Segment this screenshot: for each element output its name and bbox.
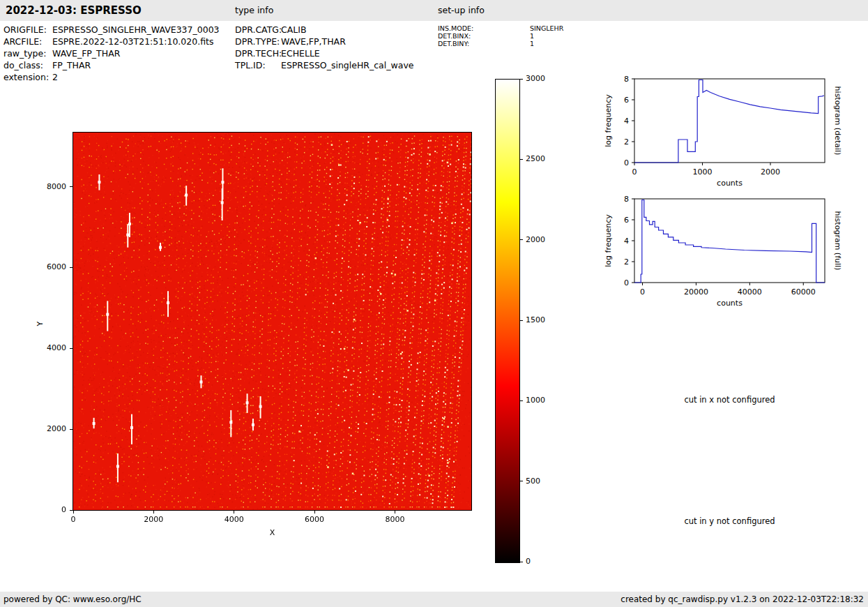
page-title: 2022-12-03: ESPRESSO: [6, 0, 142, 21]
y-tick-mark: [70, 267, 73, 268]
meta-label: TPL.ID:: [235, 59, 281, 71]
x-tick-mark: [395, 511, 395, 514]
y-tick-label: 8000: [34, 182, 66, 191]
cut-x-note: cut in x not configured: [634, 395, 825, 405]
plot-frame: [634, 199, 825, 283]
meta-row: INS.MODE: SINGLEHR: [438, 24, 563, 32]
x-tick-label: 0: [632, 167, 637, 177]
meta-label: DET.BINX:: [438, 32, 530, 40]
header-bar: 2022-12-03: ESPRESSO type info set-up in…: [0, 0, 868, 21]
meta-label: DPR.TECH:: [235, 47, 281, 59]
meta-value: 1: [530, 40, 534, 47]
colorbar-tick-label: 2000: [526, 235, 545, 244]
meta-row: raw_type: WAVE_FP_THAR: [3, 47, 220, 59]
y-tick-label: 4000: [34, 343, 66, 352]
meta-row: ORIGFILE: ESPRESSO_SINGLEHR_WAVE337_0003: [3, 24, 220, 36]
x-tick-mark: [234, 511, 234, 514]
meta-label: raw_type:: [3, 47, 52, 59]
meta-row: TPL.ID: ESPRESSO_singleHR_cal_wave: [235, 59, 413, 71]
meta-value: ECHELLE: [281, 47, 320, 59]
x-tick-label: 2000: [136, 515, 171, 524]
meta-label: extension:: [3, 71, 52, 83]
y-tick-label: 2000: [34, 424, 66, 433]
y-tick-label: 4: [624, 237, 629, 246]
x-tick-label: 6000: [297, 515, 332, 524]
x-tick-label: 0: [640, 287, 645, 297]
x-tick-label: 4000: [217, 515, 252, 524]
meta-row: DPR.CATG: CALIB: [235, 24, 413, 36]
meta-label: ORIGFILE:: [3, 24, 52, 36]
x-tick-mark: [314, 511, 315, 514]
setup-info-block: INS.MODE: SINGLEHR DET.BINX: 1 DET.BINY:…: [438, 24, 563, 47]
y-tick-label: 0: [624, 278, 629, 287]
y-tick-label: 6: [624, 216, 629, 225]
x-axis-label: counts: [717, 179, 743, 188]
x-axis-label: counts: [717, 299, 743, 308]
y-tick-label: 8: [624, 195, 629, 204]
qc-report-page: 2022-12-03: ESPRESSO type info set-up in…: [0, 0, 868, 607]
colorbar-tick-label: 3000: [526, 74, 545, 83]
y-tick-label: 0: [624, 158, 629, 167]
file-info-block: ORIGFILE: ESPRESSO_SINGLEHR_WAVE337_0003…: [3, 24, 220, 83]
meta-value: 2: [52, 71, 58, 83]
x-tick-label: 2000: [761, 167, 780, 177]
hist-detail-plot: 01000200002468countslog frequencyhistogr…: [602, 73, 844, 193]
meta-label: INS.MODE:: [438, 24, 530, 32]
meta-row: do_class: FP_THAR: [3, 59, 220, 71]
x-tick-label: 60000: [791, 287, 816, 297]
y-tick-label: 0: [34, 505, 66, 514]
raw-image-canvas: [73, 132, 472, 511]
y-tick-mark: [70, 348, 73, 349]
meta-value: FP_THAR: [52, 59, 91, 71]
plot-frame: [634, 79, 825, 163]
colorbar-tick-mark: [520, 159, 523, 160]
meta-row: DET.BINX: 1: [438, 32, 563, 40]
meta-value: SINGLEHR: [530, 24, 563, 32]
colorbar-tick-mark: [520, 562, 523, 562]
x-axis-label: X: [262, 528, 283, 537]
y-tick-label: 2: [624, 137, 629, 147]
meta-row: extension: 2: [3, 71, 220, 83]
meta-value: ESPRESSO_SINGLEHR_WAVE337_0003: [52, 24, 220, 36]
y-tick-mark: [70, 510, 73, 511]
colorbar-tick-label: 1500: [526, 315, 545, 324]
histogram-line: [634, 200, 825, 283]
footer-powered-by: powered by QC: www.eso.org/HC: [3, 592, 142, 607]
x-tick-mark: [73, 511, 74, 514]
meta-value: ESPRESSO_singleHR_cal_wave: [281, 59, 413, 71]
y-axis-label: log frequency: [604, 94, 613, 147]
meta-row: ARCFILE: ESPRE.2022-12-03T21:51:10.020.f…: [3, 36, 220, 47]
histogram-line: [634, 80, 824, 163]
colorbar-tick-mark: [520, 400, 523, 401]
type-info-block: DPR.CATG: CALIB DPR.TYPE: WAVE,FP,THAR D…: [235, 24, 413, 71]
y-axis-label: Y: [36, 315, 45, 326]
meta-row: DPR.TECH: ECHELLE: [235, 47, 413, 59]
colorbar-tick-mark: [520, 239, 523, 240]
meta-label: DPR.TYPE:: [235, 36, 281, 47]
x-tick-mark: [153, 511, 154, 514]
meta-value: ESPRE.2022-12-03T21:51:10.020.fits: [52, 36, 213, 47]
y-axis-label: log frequency: [604, 214, 613, 267]
colorbar-tick-label: 2500: [526, 154, 545, 163]
y-tick-label: 6: [624, 96, 629, 105]
meta-label: do_class:: [3, 59, 52, 71]
colorbar-tick-label: 1000: [526, 396, 545, 405]
colorbar-tick-label: 0: [526, 557, 531, 566]
plot-right-title: histogram (full): [833, 211, 842, 271]
y-tick-label: 2: [624, 257, 629, 267]
meta-label: ARCFILE:: [3, 36, 52, 47]
colorbar-tick-mark: [520, 481, 523, 481]
x-tick-label: 0: [56, 515, 91, 524]
colorbar-tick-mark: [520, 79, 523, 80]
cut-y-note: cut in y not configured: [634, 516, 825, 526]
y-tick-label: 6000: [34, 262, 66, 271]
footer-created-by: created by qc_rawdisp.py v1.2.3 on 2022-…: [620, 592, 864, 607]
meta-label: DPR.CATG:: [235, 24, 281, 36]
meta-row: DET.BINY: 1: [438, 40, 563, 47]
type-info-heading: type info: [235, 0, 273, 21]
meta-value: CALIB: [281, 24, 307, 36]
colorbar-gradient: [495, 79, 520, 563]
setup-info-heading: set-up info: [438, 0, 485, 21]
plot-right-title: histogram (detail): [833, 87, 842, 156]
x-tick-label: 40000: [738, 287, 762, 297]
